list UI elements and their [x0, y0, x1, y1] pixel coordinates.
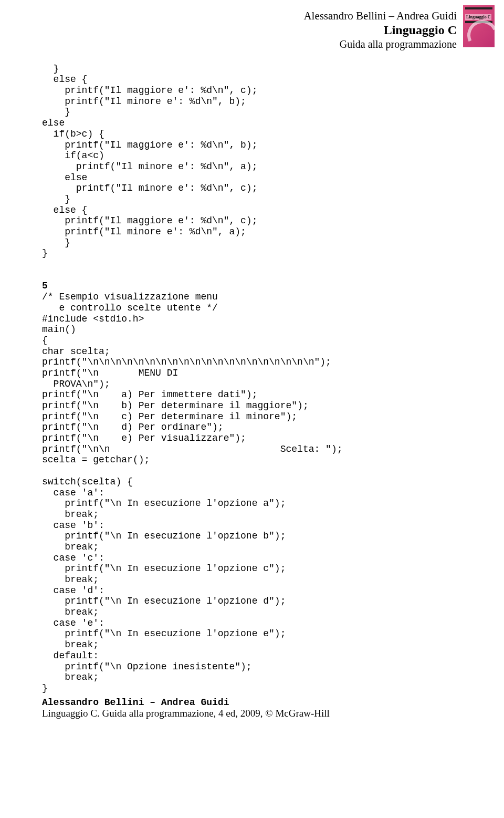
book-title: Linguaggio C — [236, 23, 457, 38]
page-footer: Alessandro Bellini – Andrea Guidi Lingua… — [42, 697, 462, 719]
page-header: Alessandro Bellini – Andrea Guidi Lingua… — [236, 9, 457, 50]
cover-decoration — [465, 7, 492, 9]
authors-line: Alessandro Bellini – Andrea Guidi — [236, 9, 457, 23]
footer-edition: Linguaggio C. Guida alla programmazione,… — [42, 708, 462, 719]
code-block-1: } else { printf("Il maggiore e': %d\n", … — [42, 64, 257, 259]
book-subtitle: Guida alla programmazione — [236, 38, 457, 50]
book-cover-thumbnail: Linguaggio C — [463, 5, 495, 47]
footer-authors: Alessandro Bellini – Andrea Guidi — [42, 697, 462, 708]
example-number: 5 — [42, 281, 48, 291]
code-block-2: /* Esempio visualizzazione menu e contro… — [42, 292, 343, 693]
code-listing: } else { printf("Il maggiore e': %d\n", … — [42, 53, 462, 694]
cover-title: Linguaggio C — [465, 14, 491, 20]
